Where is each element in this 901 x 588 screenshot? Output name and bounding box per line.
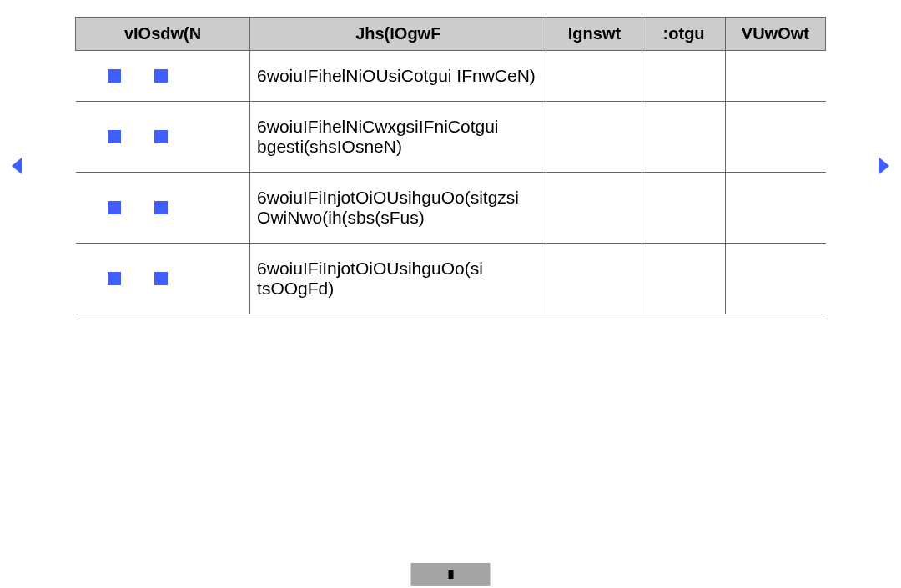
delete-icon[interactable] — [154, 272, 168, 285]
row-c — [546, 173, 642, 244]
table-row: 6woiuIFihelNiOUsiCotgui IFnwCeN) — [76, 51, 826, 102]
row-c — [546, 102, 642, 173]
chevron-left-icon — [8, 156, 25, 176]
svg-marker-0 — [12, 158, 22, 174]
table-row: 6woiuIFiInjotOiOUsihguOo(sitgzsi OwiNwo(… — [76, 173, 826, 244]
table-row: 6woiuIFihelNiCwxgsiIFniCotgui bgesti(shs… — [76, 102, 826, 173]
header-col3: Ignswt — [546, 18, 642, 51]
table-row: 6woiuIFiInjotOiOUsihguOo(si tsOOgFd) — [76, 244, 826, 314]
delete-icon[interactable] — [154, 201, 168, 214]
row-e — [725, 51, 825, 102]
row-action-icons — [83, 201, 244, 214]
table-container: vIOsdw(N Jhs(IOgwF Ignswt :otgu VUwOwt 6 — [33, 17, 868, 314]
data-table: vIOsdw(N Jhs(IOgwF Ignswt :otgu VUwOwt 6 — [75, 17, 826, 314]
row-action-icons — [83, 69, 244, 83]
row-action-icons — [83, 272, 244, 285]
edit-icon[interactable] — [108, 130, 121, 143]
pager-indicator-icon — [448, 570, 453, 579]
row-c — [546, 244, 642, 314]
row-d — [642, 51, 725, 102]
row-desc: 6woiuIFiInjotOiOUsihguOo(sitgzsi OwiNwo(… — [250, 173, 546, 244]
row-e — [725, 102, 825, 173]
row-c — [546, 51, 642, 102]
row-desc: 6woiuIFihelNiCwxgsiIFniCotgui bgesti(shs… — [250, 102, 546, 173]
header-col1: vIOsdw(N — [76, 18, 250, 51]
header-col2: Jhs(IOgwF — [250, 18, 546, 51]
row-action-icons — [83, 130, 244, 143]
row-desc: 6woiuIFihelNiOUsiCotgui IFnwCeN) — [250, 51, 546, 102]
edit-icon[interactable] — [108, 272, 121, 285]
delete-icon[interactable] — [154, 69, 168, 83]
next-button[interactable] — [868, 156, 901, 176]
delete-icon[interactable] — [154, 130, 168, 143]
row-d — [642, 244, 725, 314]
table-header-row: vIOsdw(N Jhs(IOgwF Ignswt :otgu VUwOwt — [76, 18, 826, 51]
row-e — [725, 244, 825, 314]
row-e — [725, 173, 825, 244]
row-d — [642, 102, 725, 173]
chevron-right-icon — [876, 156, 893, 176]
header-col4: :otgu — [642, 18, 725, 51]
page-wrap: vIOsdw(N Jhs(IOgwF Ignswt :otgu VUwOwt 6 — [0, 0, 901, 314]
prev-button[interactable] — [0, 156, 33, 176]
svg-marker-1 — [879, 158, 889, 174]
header-col5: VUwOwt — [725, 18, 825, 51]
row-d — [642, 173, 725, 244]
pager-button[interactable] — [411, 563, 491, 586]
edit-icon[interactable] — [108, 69, 121, 83]
row-desc: 6woiuIFiInjotOiOUsihguOo(si tsOOgFd) — [250, 244, 546, 314]
edit-icon[interactable] — [108, 201, 121, 214]
